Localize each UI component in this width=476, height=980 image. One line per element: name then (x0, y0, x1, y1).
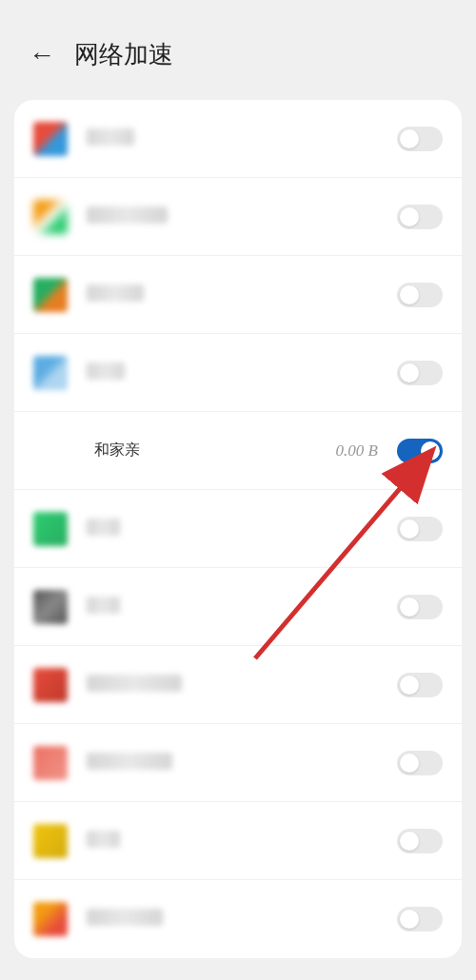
toggle-switch[interactable] (397, 751, 443, 775)
app-row[interactable] (14, 178, 462, 256)
app-row[interactable] (14, 334, 462, 412)
app-icon (33, 356, 68, 390)
toggle-switch[interactable] (397, 283, 443, 307)
app-label (87, 597, 397, 617)
app-label (87, 519, 397, 539)
app-row[interactable] (14, 802, 462, 880)
toggle-switch[interactable] (397, 127, 443, 151)
app-row[interactable] (14, 646, 462, 724)
toggle-switch[interactable] (397, 205, 443, 229)
app-label (87, 675, 397, 696)
toggle-switch[interactable] (397, 673, 443, 697)
toggle-switch[interactable] (397, 829, 443, 853)
app-icon (33, 200, 68, 234)
app-icon (33, 278, 68, 312)
app-icon (33, 434, 68, 468)
app-icon (33, 512, 68, 546)
app-row[interactable] (14, 880, 462, 958)
app-icon (33, 902, 68, 936)
app-icon (33, 590, 68, 624)
header: ← 网络加速 (0, 0, 476, 100)
app-row[interactable] (14, 568, 462, 646)
app-list-card: 和家亲 0.00 B (14, 100, 462, 958)
app-row[interactable] (14, 100, 462, 178)
app-icon (33, 746, 68, 780)
app-label (87, 831, 397, 852)
app-label (87, 206, 397, 227)
app-icon (33, 122, 68, 156)
toggle-switch[interactable] (397, 439, 443, 463)
app-label: 和家亲 (87, 441, 336, 461)
app-label (87, 753, 397, 774)
app-label (87, 284, 397, 305)
app-row[interactable] (14, 256, 462, 334)
toggle-switch[interactable] (397, 907, 443, 931)
app-icon (33, 668, 68, 702)
data-usage-value: 0.00 B (336, 441, 378, 461)
app-icon (33, 824, 68, 858)
toggle-switch[interactable] (397, 361, 443, 385)
page-title: 网络加速 (74, 38, 173, 71)
app-label (87, 909, 397, 930)
app-label (87, 363, 397, 383)
toggle-switch[interactable] (397, 517, 443, 541)
app-row[interactable] (14, 724, 462, 802)
app-row-featured[interactable]: 和家亲 0.00 B (14, 412, 462, 490)
toggle-switch[interactable] (397, 595, 443, 619)
back-arrow-icon[interactable]: ← (29, 40, 55, 70)
app-row[interactable] (14, 490, 462, 568)
app-label (87, 128, 397, 149)
